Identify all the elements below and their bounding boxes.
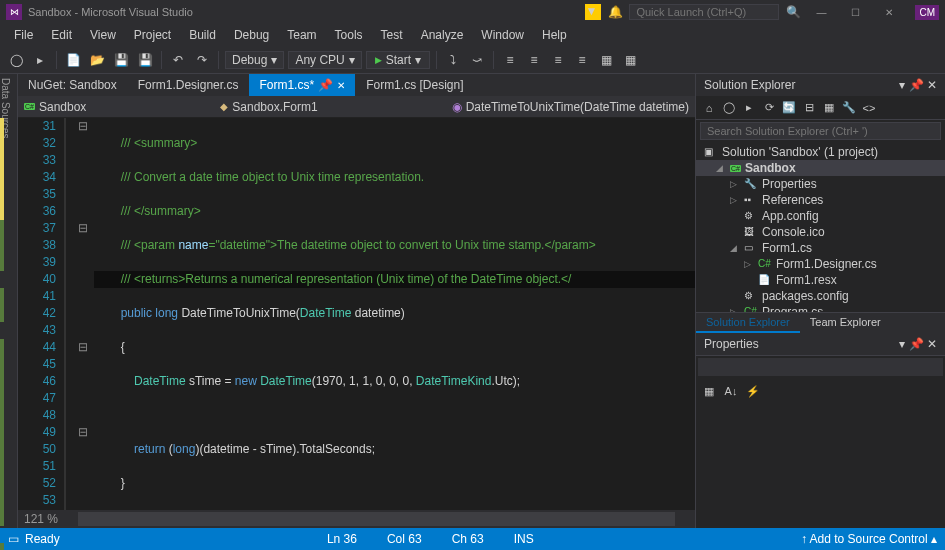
save-icon[interactable]: 💾 xyxy=(111,50,131,70)
csharp-icon: C# xyxy=(24,103,35,110)
menu-window[interactable]: Window xyxy=(473,25,532,45)
tab-solution-explorer[interactable]: Solution Explorer xyxy=(696,313,800,333)
events-icon[interactable]: ⚡ xyxy=(744,382,762,400)
collapse-icon[interactable]: ⊟ xyxy=(800,99,818,117)
nav-back-icon[interactable]: ◯ xyxy=(6,50,26,70)
menu-test[interactable]: Test xyxy=(373,25,411,45)
tree-program[interactable]: ▷C#Program.cs xyxy=(696,304,945,312)
title-bar: ⋈ Sandbox - Microsoft Visual Studio ▼ 🔔 … xyxy=(0,0,945,24)
menu-team[interactable]: Team xyxy=(279,25,324,45)
toolbar-icon[interactable]: ≡ xyxy=(500,50,520,70)
user-badge[interactable]: CM xyxy=(915,5,939,20)
menu-file[interactable]: File xyxy=(6,25,41,45)
properties-icon[interactable]: 🔧 xyxy=(840,99,858,117)
fold-margin[interactable]: ⊟⊟⊟⊟⊟ xyxy=(76,118,90,510)
pin-icon[interactable]: ▾ 📌 xyxy=(899,337,923,351)
menu-analyze[interactable]: Analyze xyxy=(413,25,472,45)
toolbar-icon[interactable]: ≡ xyxy=(548,50,568,70)
platform-selector[interactable]: Any CPU▾ xyxy=(288,51,361,69)
nav-forward-icon[interactable]: ▸ xyxy=(30,50,50,70)
window-title: Sandbox - Microsoft Visual Studio xyxy=(28,6,193,18)
status-ins: INS xyxy=(514,532,534,546)
nav-method[interactable]: ◉DateTimeToUnixTime(DateTime datetime) xyxy=(452,100,689,114)
tab-team-explorer[interactable]: Team Explorer xyxy=(800,313,891,333)
solution-explorer-header: Solution Explorer ▾ 📌 ✕ xyxy=(696,74,945,96)
tree-solution[interactable]: ▣Solution 'Sandbox' (1 project) xyxy=(696,144,945,160)
menu-help[interactable]: Help xyxy=(534,25,575,45)
back-icon[interactable]: ◯ xyxy=(720,99,738,117)
redo-icon[interactable]: ↷ xyxy=(192,50,212,70)
toolbar-icon[interactable]: ▦ xyxy=(596,50,616,70)
tab-form1-design[interactable]: Form1.cs [Design] xyxy=(356,74,474,96)
main-toolbar: ◯ ▸ 📄 📂 💾 💾 ↶ ↷ Debug▾ Any CPU▾ ▶Start▾ … xyxy=(0,46,945,74)
form-icon: ▭ xyxy=(744,242,758,254)
tree-properties[interactable]: ▷🔧Properties xyxy=(696,176,945,192)
pin-icon[interactable]: 📌 xyxy=(318,78,333,92)
menu-bar: File Edit View Project Build Debug Team … xyxy=(0,24,945,46)
horizontal-scrollbar[interactable] xyxy=(78,512,675,526)
close-panel-icon[interactable]: ✕ xyxy=(927,78,937,92)
show-all-icon[interactable]: ▦ xyxy=(820,99,838,117)
solution-search-input[interactable] xyxy=(700,122,941,140)
refresh-icon[interactable]: 🔄 xyxy=(780,99,798,117)
zoom-level[interactable]: 121 % xyxy=(24,512,58,526)
home-icon[interactable]: ⌂ xyxy=(700,99,718,117)
maximize-button[interactable]: ☐ xyxy=(841,2,869,22)
class-icon: ◆ xyxy=(220,101,228,112)
tree-form1resx[interactable]: 📄Form1.resx xyxy=(696,272,945,288)
undo-icon[interactable]: ↶ xyxy=(168,50,188,70)
tree-consoleico[interactable]: 🖼Console.ico xyxy=(696,224,945,240)
alphabetical-icon[interactable]: A↓ xyxy=(722,382,740,400)
open-file-icon[interactable]: 📂 xyxy=(87,50,107,70)
tab-form1-cs[interactable]: Form1.cs*📌✕ xyxy=(249,74,356,96)
menu-tools[interactable]: Tools xyxy=(327,25,371,45)
menu-edit[interactable]: Edit xyxy=(43,25,80,45)
code-content[interactable]: /// <summary> /// Convert a date time ob… xyxy=(90,118,695,510)
config-selector[interactable]: Debug▾ xyxy=(225,51,284,69)
menu-project[interactable]: Project xyxy=(126,25,179,45)
tree-references[interactable]: ▷▪▪References xyxy=(696,192,945,208)
status-line: Ln 36 xyxy=(327,532,357,546)
quick-launch-search-icon[interactable]: 🔍 xyxy=(785,4,801,20)
start-button[interactable]: ▶Start▾ xyxy=(366,51,430,69)
tab-designer-cs[interactable]: Form1.Designer.cs xyxy=(128,74,250,96)
step-over-icon[interactable]: ⤻ xyxy=(467,50,487,70)
tree-appconfig[interactable]: ⚙App.config xyxy=(696,208,945,224)
panel-tab-strip: Solution Explorer Team Explorer xyxy=(696,312,945,333)
menu-build[interactable]: Build xyxy=(181,25,224,45)
close-tab-icon[interactable]: ✕ xyxy=(337,80,345,91)
tab-nuget[interactable]: NuGet: Sandbox xyxy=(18,74,128,96)
tree-project[interactable]: ◢C#Sandbox xyxy=(696,160,945,176)
change-margin xyxy=(66,118,76,510)
tree-packages[interactable]: ⚙packages.config xyxy=(696,288,945,304)
preview-icon[interactable]: <> xyxy=(860,99,878,117)
feedback-icon[interactable]: 🔔 xyxy=(607,4,623,20)
status-char: Ch 63 xyxy=(452,532,484,546)
close-panel-icon[interactable]: ✕ xyxy=(927,337,937,351)
navigation-bar: C#Sandbox ◆Sandbox.Form1 ◉DateTimeToUnix… xyxy=(18,96,695,118)
nav-class[interactable]: ◆Sandbox.Form1 xyxy=(220,100,317,114)
minimize-button[interactable]: — xyxy=(807,2,835,22)
forward-icon[interactable]: ▸ xyxy=(740,99,758,117)
toolbar-icon[interactable]: ≡ xyxy=(524,50,544,70)
menu-view[interactable]: View xyxy=(82,25,124,45)
quick-launch-input[interactable] xyxy=(629,4,779,20)
toolbar-icon[interactable]: ▦ xyxy=(620,50,640,70)
config-icon: ⚙ xyxy=(744,290,758,302)
categorized-icon[interactable]: ▦ xyxy=(700,382,718,400)
menu-debug[interactable]: Debug xyxy=(226,25,277,45)
source-control-button[interactable]: ↑ Add to Source Control ▴ xyxy=(801,532,937,546)
sync-icon[interactable]: ⟳ xyxy=(760,99,778,117)
code-editor[interactable]: 3132333435363738394041424344454647484950… xyxy=(18,118,695,510)
nav-project[interactable]: C#Sandbox xyxy=(24,100,86,114)
image-icon: 🖼 xyxy=(744,226,758,238)
pin-icon[interactable]: ▾ 📌 xyxy=(899,78,923,92)
tree-form1[interactable]: ◢▭Form1.cs xyxy=(696,240,945,256)
save-all-icon[interactable]: 💾 xyxy=(135,50,155,70)
close-button[interactable]: ✕ xyxy=(875,2,903,22)
tree-form1designer[interactable]: ▷C#Form1.Designer.cs xyxy=(696,256,945,272)
notification-badge-icon[interactable]: ▼ xyxy=(585,4,601,20)
toolbar-icon[interactable]: ≡ xyxy=(572,50,592,70)
step-into-icon[interactable]: ⤵ xyxy=(443,50,463,70)
new-file-icon[interactable]: 📄 xyxy=(63,50,83,70)
